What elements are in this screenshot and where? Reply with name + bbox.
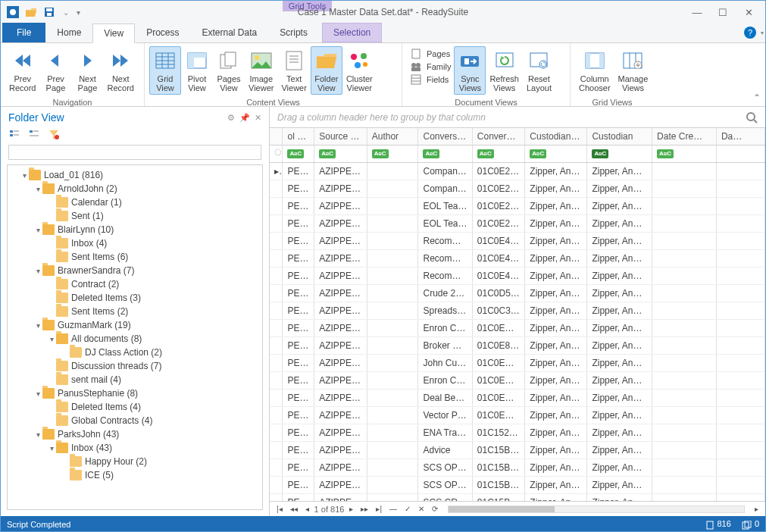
grid-body[interactable]: ▸PER_0…AZIPPER_0…Companies …01C0E20F2…Zi…	[270, 163, 765, 501]
pager-accept-icon[interactable]: ✓	[402, 505, 413, 513]
column-header[interactable]: Conversation	[418, 128, 472, 145]
tree-node[interactable]: ▾PanusStephanie (8)	[12, 386, 258, 400]
column-header[interactable]: Custodian	[587, 128, 652, 145]
filter-cell[interactable]	[717, 146, 765, 162]
filter-cell[interactable]: ABC	[314, 146, 367, 162]
tree-node[interactable]: ▾Load_01 (816)	[12, 168, 258, 182]
filter-cell[interactable]: ABC	[418, 146, 472, 162]
cluster-viewer-button[interactable]: Cluster Viewer	[342, 46, 377, 95]
filter-cell[interactable]: ঃ	[270, 146, 283, 162]
tree-collapse-icon[interactable]	[28, 128, 40, 140]
tree-node[interactable]: ICE (5)	[12, 468, 258, 482]
prev-record-button[interactable]: Prev Record	[5, 46, 39, 95]
column-header[interactable]: Date Cre…	[652, 128, 717, 145]
pages-toggle[interactable]: Pages	[410, 48, 451, 60]
grid-pager[interactable]: |◂ ◂◂ ◂ 1 of 816 ▸ ▸▸ ▸| — ✓ ✕ ⟳ ▸	[270, 501, 765, 516]
table-row[interactable]: PER_0…AZIPPER_0…SCS OPENI…01C15BE53…Zipp…	[270, 477, 765, 494]
tree-node[interactable]: DJ Class Action (2)	[12, 346, 258, 359]
table-row[interactable]: PER_0…AZIPPER_0…Crude 24X7…01C0D5086…Zip…	[270, 285, 765, 302]
column-header[interactable]: Da…	[717, 128, 765, 145]
panel-options-icon[interactable]: ⚙	[227, 113, 235, 123]
table-row[interactable]: PER_0…AZIPPER_0…Spreads Tra…01C0C39FB…Zi…	[270, 302, 765, 320]
table-row[interactable]: PER_0…AZIPPER_0…Advice01C15B3A8…Zipper, …	[270, 442, 765, 459]
column-header[interactable]: Author	[367, 128, 419, 145]
tab-scripts[interactable]: Scripts	[268, 23, 319, 42]
hscroll-right-icon[interactable]: ▸	[752, 505, 761, 513]
table-row[interactable]: PER_0…AZIPPER_0…EOL Team C…01C0E246D…Zip…	[270, 198, 765, 215]
table-row[interactable]: ▸PER_0…AZIPPER_0…Companies …01C0E20F2…Zi…	[270, 163, 765, 180]
column-chooser-button[interactable]: Column Chooser	[575, 46, 614, 95]
filter-cell[interactable]: ABC	[525, 146, 587, 162]
pager-prevpage-icon[interactable]: ◂◂	[288, 505, 300, 513]
column-header[interactable]	[270, 128, 283, 145]
table-row[interactable]: PER_0…AZIPPER_0…Recommend…01C0E42F8…Zipp…	[270, 250, 765, 268]
grid-search-icon[interactable]	[746, 111, 758, 124]
tree-node[interactable]: Happy Hour (2)	[12, 455, 258, 468]
family-toggle[interactable]: Family	[410, 61, 451, 73]
table-row[interactable]: PER_0…AZIPPER_0…Enron Conc…01C0EE849…Zip…	[270, 372, 765, 390]
expand-icon[interactable]: ▾	[33, 390, 42, 398]
filter-cell[interactable]: ABC	[587, 146, 652, 162]
table-row[interactable]: PER_0…AZIPPER_0…EOL Team C…01C0E246D…Zip…	[270, 215, 765, 233]
pager-nextpage-icon[interactable]: ▸▸	[358, 505, 370, 513]
fields-toggle[interactable]: Fields	[410, 74, 451, 86]
table-row[interactable]: PER_0…AZIPPER_0…SCS OPENI…01C15BE40…Zipp…	[270, 459, 765, 477]
reset-layout-button[interactable]: Reset Layout	[523, 46, 555, 95]
folder-view-button[interactable]: Folder View	[311, 46, 342, 95]
table-row[interactable]: PER_0…AZIPPER_0…John Cummi…01C0EDEEB…Zip…	[270, 355, 765, 372]
pivot-view-button[interactable]: Pivot View	[181, 46, 213, 95]
pager-last-icon[interactable]: ▸|	[374, 505, 384, 513]
grid-view-button[interactable]: Grid View	[149, 46, 181, 95]
qat-dropdown[interactable]: ⌄	[63, 8, 69, 17]
refresh-views-button[interactable]: Refresh Views	[486, 46, 523, 95]
tree-node[interactable]: Sent Items (2)	[12, 305, 258, 318]
column-header[interactable]: CustodianOLD	[525, 128, 587, 145]
filter-cell[interactable]: ABC	[367, 146, 419, 162]
table-row[interactable]: PER_0…AZIPPER_0…ENA Tradin…01C152A4D…Zip…	[270, 424, 765, 442]
tree-node[interactable]: ▾ArnoldJohn (2)	[12, 182, 258, 196]
tree-node[interactable]: Deleted Items (4)	[12, 400, 258, 414]
table-row[interactable]: PER_0…AZIPPER_0…Broker Rep…01C0E88B3…Zip…	[270, 337, 765, 355]
grid-filter-row[interactable]: ঃABCABCABCABCABCABCABCABC	[270, 146, 765, 163]
tab-selection[interactable]: Selection	[322, 23, 382, 42]
tree-node[interactable]: ▾GuzmanMark (19)	[12, 318, 258, 332]
filter-cell[interactable]: ABC	[283, 146, 314, 162]
tree-filter-icon[interactable]	[48, 128, 60, 140]
tree-node[interactable]: Contract (2)	[12, 277, 258, 291]
manage-views-button[interactable]: Manage Views	[614, 46, 652, 95]
tree-node[interactable]: Discussion threads (7)	[12, 359, 258, 373]
expand-icon[interactable]: ▾	[33, 185, 42, 193]
help-icon[interactable]: ?	[744, 27, 756, 39]
table-row[interactable]: PER_0…AZIPPER_0…Recommend…01C0E42F8…Zipp…	[270, 268, 765, 285]
pager-first-icon[interactable]: |◂	[274, 505, 285, 513]
tree-node[interactable]: Inbox (4)	[12, 236, 258, 250]
tab-view[interactable]: View	[92, 23, 135, 43]
tab-file[interactable]: File	[2, 23, 45, 42]
text-viewer-button[interactable]: Text Viewer	[277, 46, 310, 95]
expand-icon[interactable]: ▾	[20, 171, 29, 180]
group-by-hint[interactable]: Drag a column header here to group by th…	[277, 112, 486, 123]
tree-node[interactable]: Deleted Items (3)	[12, 291, 258, 305]
tab-process[interactable]: Process	[135, 23, 190, 42]
pager-cancel-icon[interactable]: ✕	[416, 505, 427, 513]
tree-node[interactable]: ▾All documents (8)	[12, 332, 258, 346]
column-header[interactable]: ol Nu…	[283, 128, 314, 145]
maximize-button[interactable]: ☐	[712, 7, 733, 18]
table-row[interactable]: PER_0…AZIPPER_0…Vector Pipeli…01C0EEA5E……	[270, 407, 765, 424]
next-page-button[interactable]: Next Page	[71, 46, 103, 95]
table-row[interactable]: PER_0…AZIPPER_0…Companies …01C0E20F2…Zip…	[270, 180, 765, 198]
tree-expand-icon[interactable]	[8, 128, 20, 140]
tab-home[interactable]: Home	[45, 23, 92, 42]
expand-icon[interactable]: ▾	[33, 430, 42, 439]
tree-node[interactable]: Sent Items (6)	[12, 250, 258, 264]
column-header[interactable]: Conversatio…	[473, 128, 526, 145]
save-icon[interactable]	[43, 6, 55, 18]
sync-views-button[interactable]: Sync Views	[454, 46, 486, 95]
filter-cell[interactable]: ABC	[652, 146, 717, 162]
expand-icon[interactable]: ▾	[33, 321, 42, 330]
tree-node[interactable]: Calendar (1)	[12, 196, 258, 209]
expand-icon[interactable]: ▾	[47, 444, 56, 452]
minimize-button[interactable]: —	[686, 7, 708, 18]
qat-overflow[interactable]: ▾	[77, 8, 80, 17]
tree-node[interactable]: ▾BrawnerSandra (7)	[12, 264, 258, 277]
